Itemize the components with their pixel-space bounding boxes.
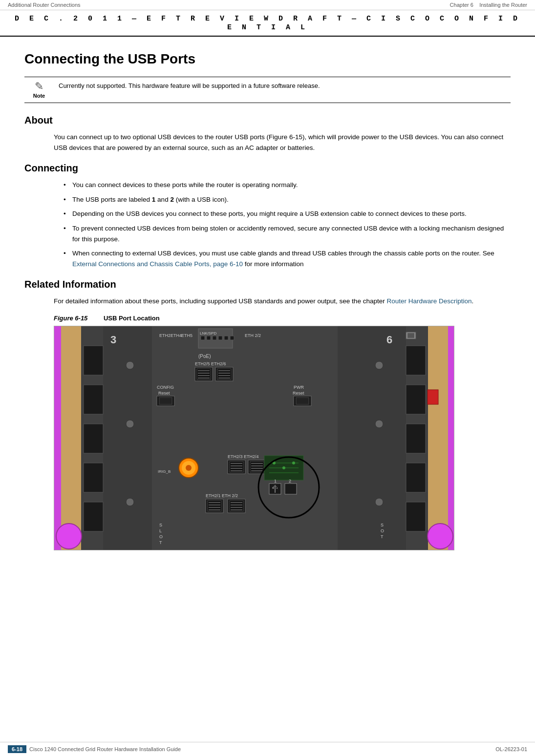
svg-point-47 <box>126 498 134 506</box>
router-svg: 3 6 ETH2 ETH4 ETH5 LNK/SPD ETH <box>54 326 454 550</box>
svg-text:ETH2/3  ETH2/4: ETH2/3 ETH2/4 <box>228 454 259 459</box>
figure-caption: Figure 6-15 USB Port Location <box>54 315 511 322</box>
svg-rect-18 <box>213 336 216 340</box>
svg-point-50 <box>375 498 383 506</box>
about-heading: About <box>24 115 511 126</box>
about-body: You can connect up to two optional USB d… <box>54 132 511 153</box>
svg-text:ETH 2/2: ETH 2/2 <box>245 333 261 338</box>
svg-text:1: 1 <box>274 479 277 483</box>
svg-point-48 <box>375 361 383 369</box>
svg-rect-107 <box>84 424 103 453</box>
svg-rect-110 <box>406 346 426 375</box>
page-title: Connecting the USB Ports <box>24 51 511 67</box>
connecting-heading: Connecting <box>24 163 511 174</box>
svg-rect-78 <box>285 483 297 494</box>
svg-text:(PoE): (PoE) <box>198 354 211 359</box>
svg-text:S: S <box>381 523 384 527</box>
note-label: Note <box>33 93 45 99</box>
svg-point-49 <box>375 420 383 428</box>
svg-rect-82 <box>277 487 278 489</box>
related-body: For detailed information about these por… <box>54 296 511 307</box>
list-item: You can connect devices to these ports w… <box>64 180 511 190</box>
list-item: When connecting to external USB devices,… <box>64 248 511 269</box>
svg-text:L: L <box>159 528 162 533</box>
svg-rect-105 <box>84 346 103 375</box>
svg-rect-106 <box>84 385 103 414</box>
page-number: 6-18 <box>8 745 26 753</box>
figure-title: USB Port Location <box>104 315 160 322</box>
svg-rect-16 <box>201 336 205 340</box>
figure-label: Figure 6-15 <box>54 315 87 322</box>
svg-point-74 <box>292 462 295 464</box>
svg-text:T: T <box>381 534 384 539</box>
svg-text:S: S <box>159 523 162 527</box>
svg-rect-117 <box>428 390 438 404</box>
figure-container: Figure 6-15 USB Port Location <box>54 315 511 550</box>
svg-text:ETH2/5  ETH2/6: ETH2/5 ETH2/6 <box>195 361 226 366</box>
svg-rect-17 <box>207 336 211 340</box>
svg-text:LNK/SPD: LNK/SPD <box>200 331 216 336</box>
svg-rect-112 <box>406 424 426 453</box>
bullet-text-3: Depending on the USB devices you connect… <box>72 210 467 217</box>
svg-rect-10 <box>152 326 338 550</box>
svg-text:ETH2/1   ETH 2/2: ETH2/1 ETH 2/2 <box>206 493 238 498</box>
related-heading: Related Information <box>24 279 511 290</box>
bullet-text-1: You can connect devices to these ports w… <box>72 181 298 189</box>
bullet-text-5: When connecting to external USB devices,… <box>72 250 494 268</box>
bullet-text-2: The USB ports are labeled 1 and 2 (with … <box>72 196 229 203</box>
svg-point-115 <box>56 524 82 549</box>
svg-rect-114 <box>406 502 426 531</box>
svg-text:PWR: PWR <box>294 385 304 390</box>
svg-text:6: 6 <box>386 334 392 346</box>
svg-text:CONFIG: CONFIG <box>157 385 174 390</box>
svg-text:O: O <box>159 534 163 539</box>
svg-rect-19 <box>218 336 222 340</box>
router-hardware-link[interactable]: Router Hardware Description <box>386 297 471 305</box>
svg-text:ETH2: ETH2 <box>159 333 171 338</box>
chapter-info: Chapter 6 Installing the Router <box>450 2 527 8</box>
svg-point-46 <box>126 420 134 428</box>
svg-text:2: 2 <box>289 479 291 483</box>
svg-point-116 <box>428 524 453 549</box>
svg-rect-113 <box>406 463 426 492</box>
svg-rect-21 <box>230 336 234 340</box>
svg-text:O: O <box>381 528 384 533</box>
svg-rect-20 <box>224 336 228 340</box>
bullet-text-4: To prevent connected USB devices from be… <box>72 225 504 243</box>
svg-text:ETH5: ETH5 <box>181 333 193 338</box>
svg-text:Reset: Reset <box>158 391 170 396</box>
note-text: Currently not supported. This hardware f… <box>59 81 511 89</box>
svg-rect-109 <box>84 502 103 531</box>
svg-rect-40 <box>159 398 172 404</box>
svg-rect-44 <box>296 398 309 404</box>
bold-1: 1 <box>152 196 156 203</box>
header-bar: Additional Router Connections Chapter 6 … <box>0 0 535 10</box>
svg-text:T: T <box>159 540 162 545</box>
footer: 6-18 Cisco 1240 Connected Grid Router Ha… <box>0 742 535 756</box>
cisco-banner: D E C . 2 0 1 1 — E F T R E V I E W D R … <box>0 10 535 37</box>
main-content: Connecting the USB Ports ✎ Note Currentl… <box>0 37 535 560</box>
chapter-title: Installing the Router <box>479 2 527 8</box>
breadcrumb-left: Additional Router Connections <box>8 2 81 8</box>
footer-doc-number: OL-26223-01 <box>495 746 527 752</box>
list-item: To prevent connected USB devices from be… <box>64 223 511 244</box>
banner-text: D E C . 2 0 1 1 — E F T R E V I E W D R … <box>15 15 520 32</box>
list-item: The USB ports are labeled 1 and 2 (with … <box>64 194 511 205</box>
svg-point-53 <box>186 465 192 471</box>
svg-text:IRIG_B: IRIG_B <box>158 469 171 474</box>
footer-doc-title: Cisco 1240 Connected Grid Router Hardwar… <box>29 746 181 752</box>
svg-rect-108 <box>84 463 103 492</box>
router-image: 3 6 ETH2 ETH4 ETH5 LNK/SPD ETH <box>54 326 454 550</box>
svg-point-45 <box>126 361 134 369</box>
note-icon: ✎ <box>35 81 43 92</box>
svg-text:ETH4: ETH4 <box>171 333 182 338</box>
svg-rect-2 <box>448 326 454 550</box>
svg-point-81 <box>272 487 274 489</box>
svg-text:3: 3 <box>110 334 116 346</box>
related-text-after: . <box>472 297 474 305</box>
svg-text:Reset: Reset <box>293 391 304 396</box>
svg-point-73 <box>282 466 285 469</box>
list-item: Depending on the USB devices you connect… <box>64 209 511 219</box>
chassis-link[interactable]: External Connections and Chassis Cable P… <box>72 260 243 268</box>
related-text-before: For detailed information about these por… <box>54 297 386 305</box>
